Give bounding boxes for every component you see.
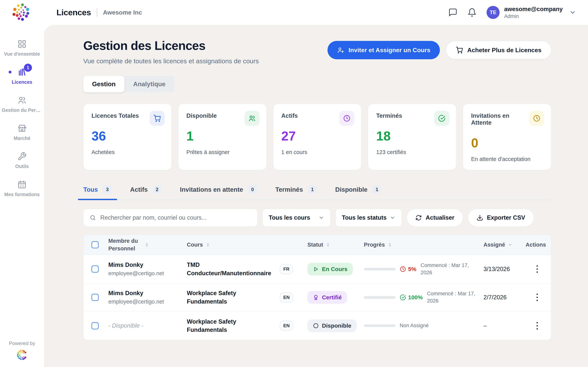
chevron-down-icon: [390, 215, 396, 221]
status-badge: Certifié: [307, 291, 347, 304]
download-icon: [477, 215, 483, 221]
powered-by-label: Powered by: [9, 341, 35, 346]
user-menu[interactable]: TE awesome@company Admin: [486, 6, 576, 19]
assigned-date: 3/13/2026: [484, 266, 510, 272]
course-name: Workplace Safety Fundamentals: [187, 317, 275, 334]
user-email: awesome@company: [504, 6, 563, 13]
active-indicator-dot: [9, 71, 11, 74]
sidebar-item-label: Licences: [12, 79, 32, 85]
avatar: TE: [486, 6, 500, 19]
row-checkbox[interactable]: [92, 266, 99, 273]
check-circle-icon: [400, 294, 406, 301]
award-icon: [313, 294, 319, 300]
calendar-icon: [17, 180, 26, 189]
people-icon: [248, 115, 256, 122]
started-date: Commencé : Mar 17, 2026: [427, 290, 476, 305]
bell-icon[interactable]: [467, 8, 477, 17]
filter-count: 2: [153, 185, 162, 194]
wrench-icon: [17, 152, 26, 161]
top-bar: Licences Awesome Inc TE awesome@company …: [0, 0, 588, 25]
sidebar-item-label: Outils: [15, 164, 29, 169]
assigned-date: 2/7/2026: [484, 294, 507, 301]
status-filter-select[interactable]: Tous les statuts: [336, 209, 402, 226]
row-actions-menu[interactable]: [533, 265, 541, 274]
table-row: Mims Donky employee@certigo.net Workplac…: [83, 283, 551, 312]
clock-icon: [343, 115, 351, 122]
select-all-checkbox[interactable]: [92, 241, 99, 248]
started-date: Commencé : Mar 17, 2026: [421, 262, 469, 276]
sort-icon[interactable]: [388, 242, 392, 247]
row-actions-menu[interactable]: [533, 321, 541, 330]
chat-icon[interactable]: [448, 8, 458, 17]
sidebar-item-label: Gestion du Pers…: [2, 108, 42, 113]
filter-tab-tous[interactable]: Tous3: [83, 185, 112, 200]
row-checkbox[interactable]: [92, 322, 99, 329]
row-actions-menu[interactable]: [533, 293, 541, 302]
member-name: Mims Donky: [108, 290, 187, 297]
sidebar-item-marketplace[interactable]: Marché: [0, 124, 44, 141]
status-badge: En Cours: [307, 263, 353, 275]
dashboard-grid-icon: [17, 39, 26, 49]
search-input[interactable]: [100, 214, 251, 221]
filter-tab-actifs[interactable]: Actifs2: [130, 185, 162, 200]
table-header: Membre du Personnel Cours Statut Progrès…: [83, 235, 551, 255]
filter-count: 1: [308, 185, 317, 194]
filter-tab-disponible[interactable]: Disponible1: [335, 185, 381, 200]
check-circle-icon: [438, 115, 446, 122]
sidebar-item-tools[interactable]: Outils: [0, 152, 44, 169]
progress-bar: [364, 268, 396, 270]
progress-percent: 100%: [408, 294, 423, 301]
app-title: Licences: [56, 8, 91, 17]
page-subtitle: Vue complète de toutes les licences et a…: [83, 57, 259, 65]
member-name: - Disponible -: [108, 322, 187, 329]
row-checkbox[interactable]: [92, 294, 99, 301]
store-icon: [17, 124, 26, 133]
sidebar-item-overview[interactable]: Vue d'ensemble: [0, 39, 44, 57]
language-badge: EN: [280, 292, 293, 302]
invite-assign-button[interactable]: Inviter et Assigner un Cours: [328, 41, 440, 59]
course-filter-select[interactable]: Tous les cours: [262, 209, 330, 226]
cart-icon: [456, 46, 463, 54]
buy-licences-button[interactable]: Acheter Plus de Licences: [446, 41, 551, 59]
page-title: Gestion des Licences: [83, 39, 259, 53]
stat-card-completed: Terminés 18 123 certifiés: [368, 104, 456, 170]
chevron-down-icon: [319, 215, 324, 221]
licences-table: Membre du Personnel Cours Statut Progrès…: [83, 234, 551, 340]
licences-badge: 1: [24, 64, 32, 72]
progress-percent: 5%: [408, 266, 416, 272]
circle-icon: [313, 323, 319, 329]
filter-tab-termines[interactable]: Terminés1: [276, 185, 317, 200]
table-row: - Disponible - Workplace Safety Fundamen…: [83, 312, 551, 340]
filter-count: 1: [372, 185, 381, 194]
sidebar-item-my-trainings[interactable]: Mes formations: [0, 180, 44, 197]
filter-count: 0: [248, 185, 257, 194]
assignment-status: Non Assigné: [400, 322, 449, 329]
clock-icon: [533, 115, 541, 122]
refresh-button[interactable]: Actualiser: [407, 209, 463, 226]
sort-icon[interactable]: [206, 242, 210, 247]
tab-analytique[interactable]: Analytique: [124, 76, 174, 92]
stat-card-available: Disponible 1 Prêtes à assigner: [178, 104, 267, 170]
chevron-down-icon[interactable]: [569, 9, 576, 16]
member-name: Mims Donky: [108, 261, 187, 268]
filter-count: 3: [103, 185, 112, 194]
course-name: TMD Conducteur/Manutentionnaire: [187, 261, 275, 277]
table-row: Mims Donky employee@certigo.net TMD Cond…: [83, 255, 551, 283]
search-icon: [90, 215, 96, 221]
sidebar-item-licences[interactable]: 1 Licences: [0, 67, 44, 85]
brand-logo: [11, 3, 31, 22]
tab-gestion[interactable]: Gestion: [83, 76, 124, 92]
people-icon: [17, 96, 26, 105]
user-role: Admin: [504, 13, 563, 19]
stat-card-active: Actifs 27 1 en cours: [273, 104, 362, 170]
export-csv-button[interactable]: Exporter CSV: [468, 209, 534, 226]
cart-icon: [153, 115, 161, 122]
sort-icon[interactable]: [326, 242, 330, 247]
chevron-down-icon[interactable]: [508, 242, 512, 247]
sort-icon[interactable]: [145, 242, 149, 247]
stat-card-pending-invitations: Invitations en Attente 0 En attente d'ac…: [463, 104, 551, 170]
status-badge: Disponible: [307, 319, 357, 332]
filter-tab-invitations[interactable]: Invitations en attente0: [180, 185, 257, 200]
assigned-date: –: [484, 322, 487, 329]
sidebar-item-staff-management[interactable]: Gestion du Pers…: [0, 96, 44, 113]
